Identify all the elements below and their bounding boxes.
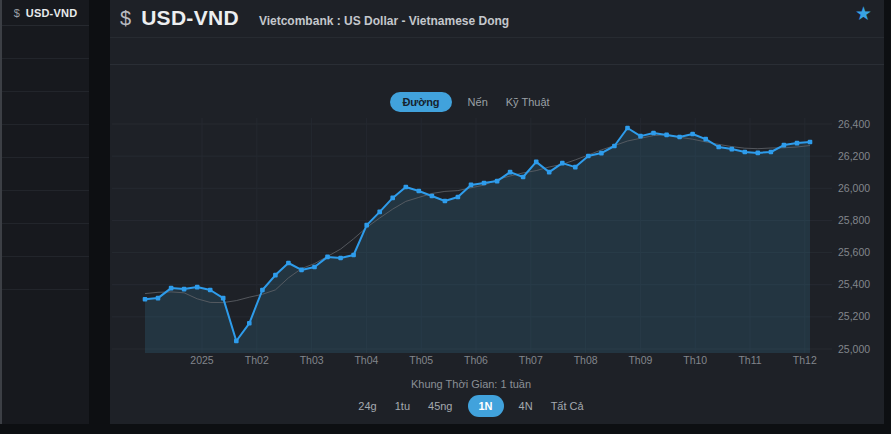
data-point-marker[interactable]: [730, 147, 735, 152]
data-point-marker[interactable]: [534, 160, 539, 165]
data-point-marker[interactable]: [743, 150, 748, 155]
data-point-marker[interactable]: [390, 196, 395, 201]
data-point-marker[interactable]: [677, 135, 682, 140]
data-point-marker[interactable]: [716, 145, 721, 150]
x-axis-tick-label: Th06: [464, 354, 488, 366]
area-fill: [145, 128, 810, 353]
data-point-marker[interactable]: [547, 170, 552, 175]
x-axis-tick-label: Th08: [574, 354, 598, 366]
y-axis-tick-label: 25,600: [838, 246, 870, 258]
data-point-marker[interactable]: [299, 268, 304, 273]
data-point-marker[interactable]: [690, 132, 695, 137]
data-point-marker[interactable]: [430, 194, 435, 199]
data-point-marker[interactable]: [351, 253, 356, 258]
sidebar-period-row-3n[interactable]: [2, 224, 89, 257]
timeframe-button-4n[interactable]: 4N: [516, 395, 536, 417]
data-point-marker[interactable]: [156, 296, 161, 301]
data-point-marker[interactable]: [443, 199, 448, 204]
x-axis-tick-label: Th12: [793, 354, 817, 366]
chart-type-tabs: ĐườngNếnKỹ Thuật: [110, 92, 832, 112]
data-point-marker[interactable]: [756, 151, 761, 156]
quote-subtitle: Vietcombank : US Dollar - Vietnamese Don…: [259, 14, 509, 28]
data-point-marker[interactable]: [169, 286, 174, 291]
price-chart-canvas[interactable]: 26,40026,20026,00025,80025,60025,40025,2…: [110, 112, 884, 370]
x-axis-tick-label: Th04: [354, 354, 378, 366]
data-point-marker[interactable]: [377, 210, 382, 215]
tab-line[interactable]: Đường: [390, 92, 451, 112]
sidebar-period-row-1t[interactable]: [2, 59, 89, 92]
data-point-marker[interactable]: [573, 165, 578, 170]
data-point-marker[interactable]: [364, 223, 369, 228]
dollar-icon: $: [120, 7, 131, 30]
data-point-marker[interactable]: [638, 134, 643, 139]
quote-panel: $ USD-VND Vietcombank : US Dollar - Viet…: [110, 0, 884, 424]
tab-technical[interactable]: Kỹ Thuật: [504, 92, 552, 112]
data-point-marker[interactable]: [495, 179, 500, 184]
quote-stats-strip: [110, 37, 884, 90]
data-point-marker[interactable]: [769, 150, 774, 155]
data-point-marker[interactable]: [612, 144, 617, 149]
data-point-marker[interactable]: [808, 140, 813, 145]
data-point-marker[interactable]: [234, 339, 239, 344]
data-point-marker[interactable]: [651, 131, 656, 136]
sidebar-period-row-ytd[interactable]: [2, 26, 89, 59]
price-chart[interactable]: 26,40026,20026,00025,80025,60025,40025,2…: [110, 112, 884, 370]
y-axis-tick-label: 25,000: [838, 343, 870, 355]
x-axis-tick-label: Th05: [409, 354, 433, 366]
data-point-marker[interactable]: [221, 296, 226, 301]
y-axis-tick-label: 25,200: [838, 310, 870, 322]
y-axis-tick-label: 25,800: [838, 214, 870, 226]
sidebar-period-row-6t[interactable]: [2, 125, 89, 158]
data-point-marker[interactable]: [521, 175, 526, 180]
data-point-marker[interactable]: [456, 195, 461, 200]
stat-header: [708, 45, 711, 59]
data-point-marker[interactable]: [312, 265, 317, 270]
data-point-marker[interactable]: [325, 255, 330, 260]
data-point-marker[interactable]: [482, 181, 487, 186]
quote-header: $ USD-VND Vietcombank : US Dollar - Viet…: [120, 6, 844, 30]
data-point-marker[interactable]: [208, 288, 213, 293]
tab-candle[interactable]: Nến: [466, 92, 490, 112]
sidebar-period-row-1n[interactable]: [2, 158, 89, 191]
timeframe-button-45ng[interactable]: 45ng: [425, 395, 455, 417]
y-axis-tick-label: 25,400: [838, 278, 870, 290]
timeframe-button-1tu[interactable]: 1tu: [392, 395, 413, 417]
data-point-marker[interactable]: [586, 154, 591, 159]
data-point-marker[interactable]: [469, 183, 474, 188]
data-point-marker[interactable]: [664, 133, 669, 138]
data-point-marker[interactable]: [260, 288, 265, 293]
data-point-marker[interactable]: [508, 170, 513, 175]
data-point-marker[interactable]: [247, 321, 252, 326]
timeframe-button-tất-cả[interactable]: Tất Cả: [548, 395, 587, 417]
data-point-marker[interactable]: [625, 126, 630, 131]
watchlist-symbol-header[interactable]: $ USD-VND: [2, 0, 89, 26]
x-axis-tick-label: Th02: [245, 354, 269, 366]
timeframe-caption: Khung Thời Gian: 1 tuần: [110, 378, 832, 390]
x-axis-tick-label: 2025: [190, 354, 214, 366]
data-point-marker[interactable]: [560, 161, 565, 166]
sidebar-period-row-2n[interactable]: [2, 191, 89, 224]
watchlist-symbol-label: USD-VND: [26, 7, 78, 19]
data-point-marker[interactable]: [417, 189, 422, 194]
data-point-marker[interactable]: [599, 151, 604, 156]
data-point-marker[interactable]: [286, 261, 291, 266]
data-point-marker[interactable]: [143, 297, 148, 302]
y-axis-tick-label: 26,000: [838, 182, 870, 194]
watchlist-sidebar: $ USD-VND: [2, 0, 89, 424]
x-axis-tick-label: Th10: [683, 354, 707, 366]
timeframe-button-24g[interactable]: 24g: [355, 395, 379, 417]
sidebar-period-row-3t[interactable]: [2, 92, 89, 125]
data-point-marker[interactable]: [182, 287, 187, 292]
data-point-marker[interactable]: [782, 143, 787, 148]
data-point-marker[interactable]: [338, 256, 343, 261]
data-point-marker[interactable]: [195, 285, 200, 290]
y-axis-tick-label: 26,200: [838, 150, 870, 162]
sidebar-period-row-4n[interactable]: [2, 257, 89, 290]
data-point-marker[interactable]: [273, 273, 278, 278]
data-point-marker[interactable]: [703, 137, 708, 142]
data-point-marker[interactable]: [404, 185, 409, 190]
favorite-star-icon[interactable]: ★: [855, 4, 872, 23]
timeframe-button-1n[interactable]: 1N: [468, 395, 504, 417]
data-point-marker[interactable]: [795, 141, 800, 146]
timeframe-buttons: 24g1tu45ng1N4NTất Cả: [110, 395, 832, 417]
